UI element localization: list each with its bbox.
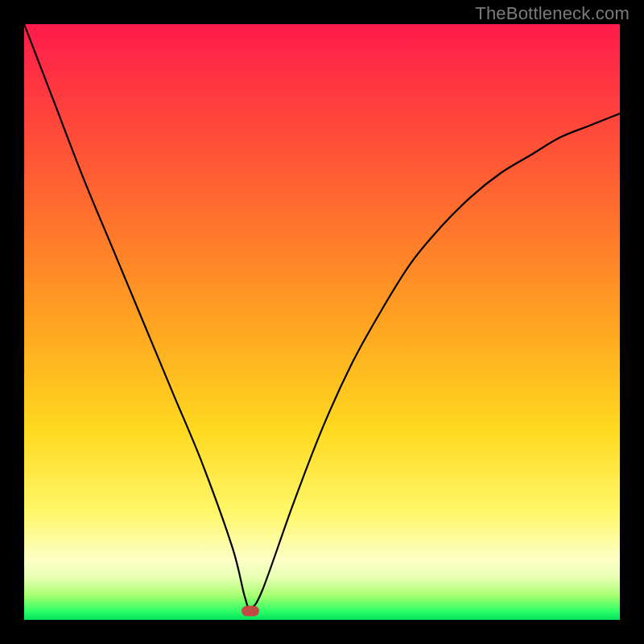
chart-frame: TheBottleneck.com xyxy=(0,0,644,644)
bottleneck-curve xyxy=(24,24,620,608)
watermark-text: TheBottleneck.com xyxy=(475,3,630,24)
optimal-point-marker xyxy=(242,605,259,616)
curve-svg xyxy=(24,24,620,620)
plot-area xyxy=(24,24,620,620)
